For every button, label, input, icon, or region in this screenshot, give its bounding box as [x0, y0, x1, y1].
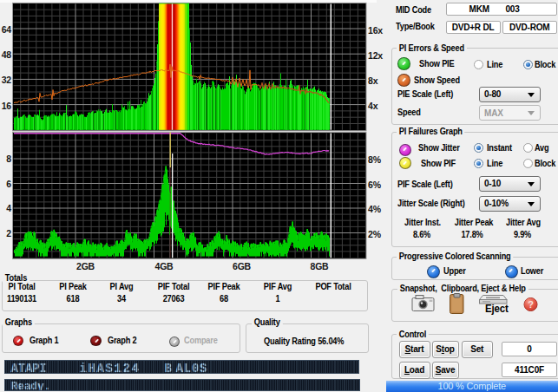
- svg-text:4x: 4x: [368, 101, 378, 111]
- svg-text:64: 64: [2, 24, 12, 35]
- svg-text:8%: 8%: [368, 154, 382, 165]
- svg-text:2GB: 2GB: [76, 261, 95, 271]
- svg-text:6GB: 6GB: [233, 261, 252, 271]
- svg-text:16x: 16x: [368, 25, 383, 36]
- svg-text:6%: 6%: [368, 180, 382, 190]
- svg-text:?: ?: [528, 299, 534, 310]
- svg-text:4%: 4%: [368, 204, 382, 214]
- svg-text:2%: 2%: [368, 229, 382, 239]
- svg-text:6: 6: [6, 179, 11, 189]
- svg-text:48: 48: [2, 49, 12, 60]
- svg-text:4GB: 4GB: [155, 261, 174, 271]
- svg-text:8: 8: [6, 154, 11, 164]
- svg-text:8x: 8x: [368, 75, 378, 86]
- svg-text:2: 2: [6, 228, 11, 238]
- svg-text:12x: 12x: [368, 50, 383, 61]
- svg-text:8GB: 8GB: [311, 261, 330, 271]
- svg-text:32: 32: [2, 75, 12, 85]
- svg-text:4: 4: [6, 203, 11, 213]
- svg-text:16: 16: [2, 101, 12, 111]
